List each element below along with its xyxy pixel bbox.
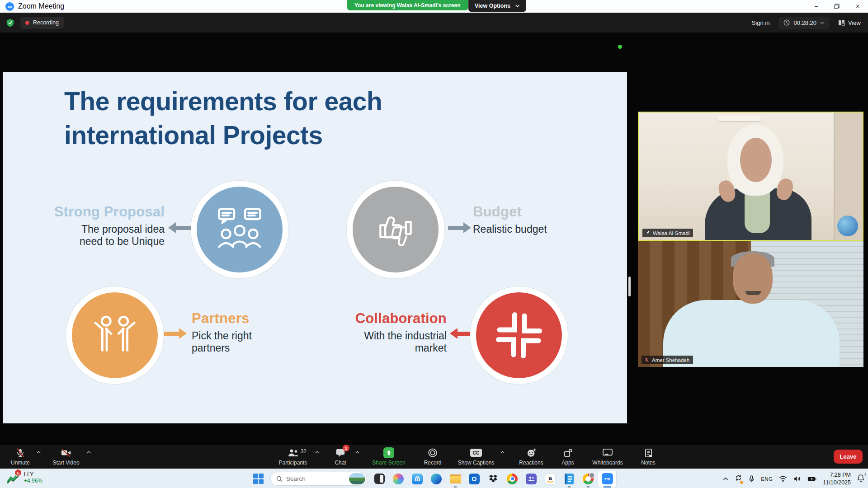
language-indicator[interactable]: ENG	[761, 476, 773, 482]
minimize-button[interactable]: −	[806, 0, 826, 13]
meeting-stage: The requirements for each international …	[0, 33, 868, 445]
walaa-scarf	[745, 190, 770, 233]
partners-people-icon	[88, 308, 142, 362]
reactions-button[interactable]: Reactions	[509, 445, 553, 466]
amer-mustache	[745, 291, 761, 295]
collaboration-desc1: With the industrial	[301, 330, 447, 342]
captions-icon: CC	[470, 449, 482, 457]
show-captions-button[interactable]: CC Show Captions	[452, 445, 500, 466]
search-input[interactable]	[286, 475, 340, 482]
chat-icon: 1	[335, 448, 345, 458]
participant-name-amer: Amer Shehadeh	[642, 356, 693, 364]
taskbar-app-copilot[interactable]	[389, 470, 408, 488]
file-explorer-icon	[450, 474, 461, 483]
show-captions-label: Show Captions	[458, 460, 495, 466]
chat-button[interactable]: 1 Chat	[326, 445, 355, 466]
volume-icon[interactable]	[793, 475, 801, 482]
restore-button[interactable]	[826, 0, 847, 13]
chevron-down-icon	[820, 21, 824, 24]
camera-off-icon	[61, 448, 71, 458]
unmute-button[interactable]: Unmute	[5, 445, 35, 466]
participants-label: Participants	[279, 460, 307, 466]
thumbs-up-down-icon	[368, 202, 423, 257]
budget-desc: Realistic budget	[473, 223, 622, 235]
window-title: Zoom Meeting	[18, 2, 64, 10]
strong-proposal-title: Strong Proposal	[19, 204, 165, 220]
whiteboards-button[interactable]: Whiteboards	[583, 445, 632, 466]
video-tile-walaa[interactable]: Walaa Al-Smadi	[638, 112, 863, 241]
security-shield-icon[interactable]	[6, 19, 14, 27]
share-screen-button[interactable]: Share Screen	[364, 445, 413, 466]
taskbar-app-teams[interactable]	[522, 470, 541, 488]
arrow-right-icon	[164, 328, 187, 339]
taskbar-app-dropbox[interactable]	[484, 470, 503, 488]
partners-circle	[66, 286, 164, 384]
unmute-options-chevron[interactable]	[36, 450, 41, 454]
battery-icon[interactable]	[807, 476, 816, 482]
close-button[interactable]: ×	[847, 0, 868, 13]
team-hands-icon	[492, 308, 546, 362]
search-highlight-image[interactable]	[349, 473, 365, 484]
windows-taskbar: 5 LLY +4.96%	[0, 469, 868, 488]
apps-label: Apps	[561, 460, 574, 466]
tray-expand-chevron[interactable]	[723, 477, 728, 481]
notes-icon	[644, 448, 653, 458]
taskbar-app-file-explorer[interactable]	[446, 470, 465, 488]
ceiling-light	[718, 116, 761, 121]
chat-options-chevron[interactable]	[355, 450, 360, 454]
taskbar-app-chrome[interactable]	[503, 470, 522, 488]
collaboration-circle	[470, 286, 568, 384]
collaboration-title: Collaboration	[301, 310, 447, 327]
taskbar-stock-widget[interactable]: 5 LLY +4.96%	[6, 471, 42, 484]
taskbar-app-photos[interactable]	[370, 470, 389, 488]
video-tile-amer[interactable]: Amer Shehadeh	[638, 241, 863, 367]
notepad-icon	[565, 474, 574, 484]
amer-face	[733, 253, 773, 304]
view-layout-button[interactable]: View	[838, 19, 861, 26]
participants-options-chevron[interactable]	[315, 450, 320, 454]
windows-logo-icon	[253, 473, 264, 484]
teams-icon	[526, 474, 537, 484]
recording-indicator[interactable]: Recording	[20, 17, 64, 29]
system-tray: ENG 7:28 PM 11/10/2025 z	[723, 469, 864, 488]
wifi-icon[interactable]	[779, 476, 787, 482]
collaboration-desc: With the industrial market	[301, 330, 447, 354]
apps-button[interactable]: Apps	[553, 445, 583, 466]
window-controls: − ×	[806, 0, 868, 13]
tray-mic-icon[interactable]	[749, 475, 755, 483]
walaa-face	[740, 138, 772, 182]
recording-dot-icon	[25, 21, 29, 25]
taskbar-search[interactable]	[270, 472, 367, 486]
taskbar-app-edge[interactable]	[427, 470, 446, 488]
collaboration-desc2: market	[301, 342, 447, 354]
view-options-button[interactable]: View Options	[468, 0, 526, 12]
sign-in-button[interactable]: Sign in	[752, 19, 770, 26]
record-button[interactable]: Record	[413, 445, 452, 466]
meeting-timer[interactable]: 00:28:20	[778, 17, 829, 29]
taskbar-app-outlook[interactable]: O	[465, 470, 484, 488]
leave-button[interactable]: Leave	[834, 450, 863, 464]
budget-desc1: Realistic budget	[473, 223, 622, 235]
panel-resize-handle[interactable]	[628, 277, 631, 296]
taskbar-app-zoom[interactable]: zm	[598, 470, 617, 488]
captions-options-chevron[interactable]	[500, 450, 505, 454]
sync-status-icon[interactable]	[735, 474, 742, 483]
participants-button[interactable]: 32 Participants	[271, 445, 315, 466]
arrow-left-icon	[168, 222, 191, 233]
slide-title-line2: international Projects	[64, 118, 382, 152]
start-video-button[interactable]: Start Video	[47, 445, 85, 466]
notification-center-icon[interactable]: z	[857, 474, 864, 483]
taskbar-app-chrome-profile[interactable]	[579, 470, 598, 488]
start-button[interactable]	[249, 470, 268, 488]
taskbar-app-notepad[interactable]	[560, 470, 579, 488]
notes-button[interactable]: Notes	[632, 445, 664, 466]
taskbar-clock[interactable]: 7:28 PM 11/10/2025	[823, 471, 851, 486]
photos-app-icon	[374, 474, 385, 484]
slide-title: The requirements for each international …	[64, 84, 382, 152]
shared-screen-slide: The requirements for each international …	[3, 72, 627, 423]
unmute-label: Unmute	[11, 460, 30, 466]
taskbar-app-store[interactable]	[408, 470, 427, 488]
taskbar-app-amazon[interactable]: a	[541, 470, 560, 488]
video-options-chevron[interactable]	[86, 450, 91, 454]
strong-proposal-desc: The proposal idea need to be Unique	[19, 223, 165, 248]
